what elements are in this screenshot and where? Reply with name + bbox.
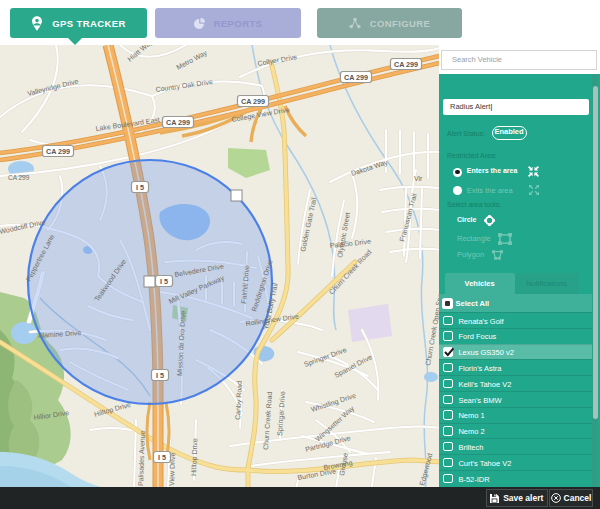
svg-text:Vir: Vir bbox=[414, 175, 423, 182]
svg-text:CA 299: CA 299 bbox=[46, 147, 70, 156]
svg-text:View Drive: View Drive bbox=[168, 452, 176, 486]
svg-text:I 5: I 5 bbox=[160, 277, 168, 286]
svg-text:CA 299: CA 299 bbox=[394, 60, 418, 69]
svg-text:I 5: I 5 bbox=[156, 371, 164, 380]
svg-text:I 5: I 5 bbox=[158, 453, 166, 462]
svg-text:CA 299: CA 299 bbox=[8, 174, 30, 181]
svg-text:CA 299: CA 299 bbox=[241, 97, 265, 106]
svg-text:CA 299: CA 299 bbox=[344, 73, 368, 82]
svg-text:I 5: I 5 bbox=[136, 183, 144, 192]
svg-text:CA 299: CA 299 bbox=[166, 118, 190, 127]
